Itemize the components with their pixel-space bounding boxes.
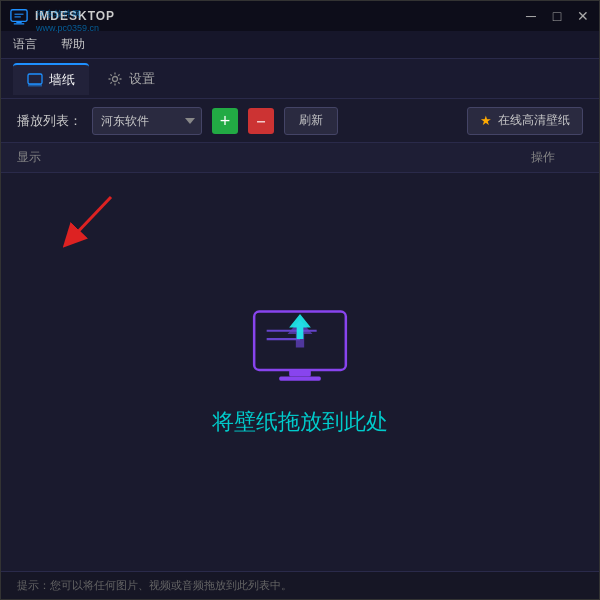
close-button[interactable]: ✕ xyxy=(575,8,591,24)
refresh-button[interactable]: 刷新 xyxy=(284,107,338,135)
main-window: IMDESKTOP 河东软件网 www.pc0359.cn ─ □ ✕ 语言 帮… xyxy=(0,0,600,600)
drop-text: 将壁纸拖放到此处 xyxy=(212,407,388,437)
svg-rect-14 xyxy=(289,370,311,377)
svg-rect-0 xyxy=(11,10,27,22)
svg-rect-5 xyxy=(28,74,42,84)
menu-bar: 语言 帮助 xyxy=(1,31,599,59)
svg-rect-6 xyxy=(28,84,42,87)
app-title: IMDESKTOP xyxy=(35,9,115,23)
col-display-header: 显示 xyxy=(17,149,503,166)
table-header: 显示 操作 xyxy=(1,143,599,173)
col-action-header: 操作 xyxy=(503,149,583,166)
svg-marker-16 xyxy=(289,314,311,339)
maximize-button[interactable]: □ xyxy=(549,8,565,24)
remove-playlist-button[interactable]: － xyxy=(248,108,274,134)
tab-bar: 墙纸 设置 xyxy=(1,59,599,99)
svg-line-9 xyxy=(71,197,111,239)
playlist-select[interactable]: 河东软件 xyxy=(92,107,202,135)
window-controls: ─ □ ✕ xyxy=(523,8,591,24)
arrow-container xyxy=(56,187,126,261)
tab-wallpaper-label: 墙纸 xyxy=(49,71,75,89)
svg-rect-1 xyxy=(16,21,21,23)
online-wallpaper-button[interactable]: ★ 在线高清壁纸 xyxy=(467,107,583,135)
title-bar: IMDESKTOP 河东软件网 www.pc0359.cn ─ □ ✕ xyxy=(1,1,599,31)
add-playlist-button[interactable]: + xyxy=(212,108,238,134)
playlist-label: 播放列表： xyxy=(17,112,82,130)
tab-settings-label: 设置 xyxy=(129,70,155,88)
online-wallpaper-label: 在线高清壁纸 xyxy=(498,112,570,129)
svg-point-7 xyxy=(113,76,118,81)
tab-wallpaper[interactable]: 墙纸 xyxy=(13,63,89,95)
tab-settings[interactable]: 设置 xyxy=(93,64,169,94)
title-bar-left: IMDESKTOP xyxy=(9,6,115,26)
svg-rect-15 xyxy=(279,377,321,381)
main-content: 播放列表： 河东软件 + － 刷新 ★ 在线高清壁纸 显示 操作 xyxy=(1,99,599,571)
arrow-icon xyxy=(56,187,126,257)
settings-tab-icon xyxy=(107,71,123,87)
status-text: 提示：您可以将任何图片、视频或音频拖放到此列表中。 xyxy=(17,578,292,593)
svg-rect-2 xyxy=(14,23,25,24)
star-icon: ★ xyxy=(480,113,492,128)
app-logo xyxy=(9,6,29,26)
status-bar: 提示：您可以将任何图片、视频或音频拖放到此列表中。 xyxy=(1,571,599,599)
wallpaper-tab-icon xyxy=(27,72,43,88)
drop-zone[interactable]: 将壁纸拖放到此处 xyxy=(1,173,599,571)
playlist-toolbar: 播放列表： 河东软件 + － 刷新 ★ 在线高清壁纸 xyxy=(1,99,599,143)
menu-help[interactable]: 帮助 xyxy=(57,34,89,55)
drop-monitor-icon xyxy=(250,307,350,387)
menu-language[interactable]: 语言 xyxy=(9,34,41,55)
minimize-button[interactable]: ─ xyxy=(523,8,539,24)
